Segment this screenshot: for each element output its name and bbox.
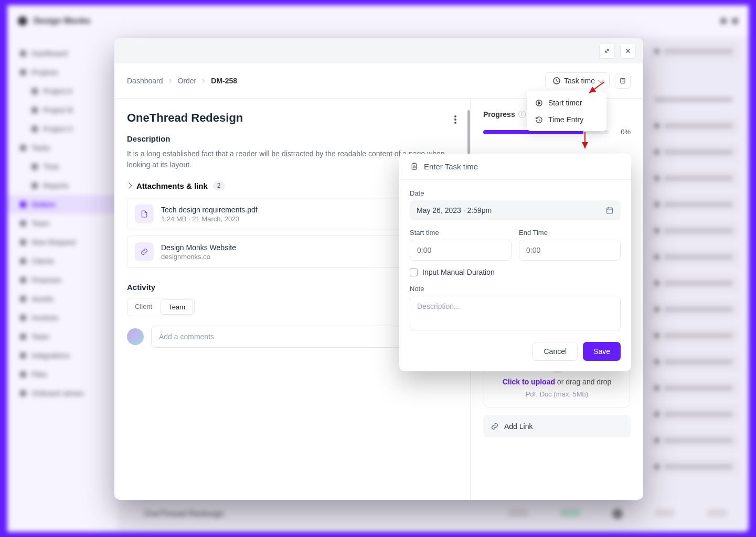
task-title: OneThread Redesign	[127, 111, 457, 125]
expand-button[interactable]	[599, 43, 615, 59]
close-icon	[624, 47, 632, 55]
breadcrumb-level1[interactable]: Dashboard	[127, 77, 163, 85]
cancel-button[interactable]: Cancel	[533, 342, 578, 361]
date-value: May 26, 2023 · 2:59pm	[417, 206, 492, 214]
file-icon	[135, 205, 154, 223]
note-textarea[interactable]: Description...	[410, 296, 621, 330]
time-entry-item[interactable]: Time Entry	[527, 111, 606, 128]
manual-duration-checkbox[interactable]	[410, 268, 418, 276]
save-button[interactable]: Save	[583, 342, 621, 361]
activity-tabs: Client Team	[127, 298, 195, 316]
info-icon[interactable]: i	[518, 111, 526, 118]
end-time-input[interactable]: 0:00	[519, 240, 621, 261]
history-icon	[535, 116, 543, 124]
upload-hint: Pdf, Doc (max. 5Mb)	[526, 390, 588, 398]
tab-client[interactable]: Client	[127, 298, 159, 316]
task-time-menu: Start timer Time Entry	[527, 91, 606, 131]
chevron-right-icon	[200, 78, 207, 84]
attachment-sub: 1.24 MB · 21 March, 2023	[161, 215, 258, 223]
breadcrumb-level2[interactable]: Order	[178, 77, 197, 85]
add-link-button[interactable]: Add Link	[483, 415, 631, 437]
attachment-name: Design Monks Website	[161, 243, 236, 252]
svg-rect-8	[607, 208, 613, 213]
calendar-icon	[605, 206, 614, 214]
link-icon	[491, 422, 499, 431]
chevron-right-icon	[126, 182, 132, 188]
breadcrumb-level3: DM-258	[211, 77, 237, 85]
modal-header	[114, 38, 643, 63]
description-label: Description	[127, 134, 457, 143]
breadcrumb: Dashboard Order DM-258	[127, 77, 237, 85]
avatar	[127, 328, 144, 345]
task-time-label: Task time	[564, 77, 595, 85]
attachments-label: Attachments & link	[136, 181, 208, 190]
chevron-down-icon	[598, 77, 604, 83]
date-input[interactable]: May 26, 2023 · 2:59pm	[410, 200, 621, 220]
time-entry-popover: Enter Task time Date May 26, 2023 · 2:59…	[399, 154, 631, 371]
tab-team[interactable]: Team	[161, 299, 193, 315]
task-time-button[interactable]: Task time	[545, 72, 610, 89]
link-icon	[135, 242, 154, 261]
close-button[interactable]	[620, 43, 636, 59]
end-time-label: End Time	[519, 229, 621, 237]
manual-duration-label: Input Manual Duration	[422, 268, 495, 276]
note-label: Note	[410, 285, 621, 293]
clipboard-clock-icon	[410, 162, 419, 171]
note-icon	[619, 77, 626, 84]
click-upload-link[interactable]: Click to upload	[503, 378, 555, 386]
start-time-label: Start time	[410, 229, 512, 237]
expand-icon	[603, 47, 611, 55]
note-button[interactable]	[615, 73, 631, 89]
attachments-count: 2	[213, 181, 225, 190]
start-timer-item[interactable]: Start timer	[527, 94, 606, 111]
attachment-name: Tech design requirements.pdf	[161, 206, 258, 214]
start-time-input[interactable]: 0:00	[410, 240, 512, 261]
modal-toolbar: Dashboard Order DM-258 Task time Start t…	[114, 63, 643, 99]
play-circle-icon	[535, 99, 543, 107]
progress-percent: 0%	[614, 128, 631, 136]
popover-header: Enter Task time	[399, 154, 631, 180]
more-menu-button[interactable]	[451, 113, 460, 126]
clock-icon	[552, 77, 561, 85]
upload-text: Click to upload or drag and drop	[503, 378, 612, 386]
chevron-right-icon	[167, 78, 174, 84]
attachment-sub: designmonks.co	[161, 253, 236, 261]
date-label: Date	[410, 189, 621, 197]
